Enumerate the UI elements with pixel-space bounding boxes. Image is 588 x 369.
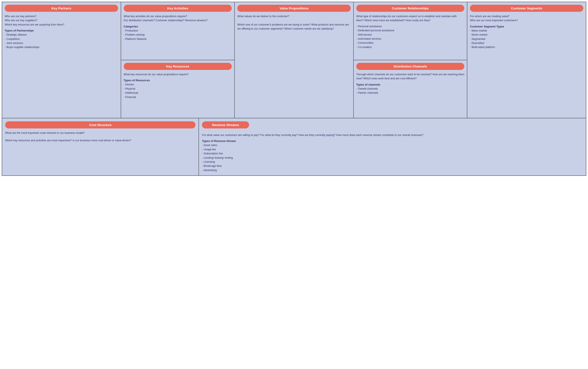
cost-structure-line1: What are the most important costs inhere… xyxy=(5,131,195,135)
revenue-streams-types-label: Types of Revenue Stream xyxy=(202,139,583,143)
distribution-channels-cell: Distribution Channels Through which chan… xyxy=(354,60,467,118)
customer-relationships-types: - Personal assistance - Dedicated person… xyxy=(356,24,465,49)
rs-type-6: - Advertising xyxy=(202,168,583,172)
key-resources-header: Key Resources xyxy=(124,63,232,70)
activities-resources-col: Key Activities What key activities do ou… xyxy=(121,2,235,118)
revenue-streams-intro: For what value our customers are willing… xyxy=(202,133,583,137)
key-partners-type-2: - Joint ventures xyxy=(5,41,118,45)
key-partners-types-label: Types of Partnerships xyxy=(5,29,118,32)
key-partners-type-1: - Coopetition xyxy=(5,37,118,41)
revenue-streams-header: Revenue Streams xyxy=(202,121,249,128)
cr-type-2: - Self-service xyxy=(356,33,465,37)
rs-type-5: - Brokerage fees xyxy=(202,164,583,168)
key-activities-type-0: - Production xyxy=(124,29,232,33)
distribution-channels-header: Distribution Channels xyxy=(356,63,465,70)
key-resources-types-label: Types of Resources xyxy=(124,79,232,82)
business-model-canvas: Key Partners Who are our key partners? W… xyxy=(2,2,586,176)
rs-type-4: - Licensing xyxy=(202,160,583,164)
rs-type-1: - Usage fee xyxy=(202,147,583,152)
customer-relationships-cell: Customer Relationships What type of rela… xyxy=(354,2,467,60)
cost-structure-cell: Cost Structure What are the most importa… xyxy=(2,118,199,175)
cr-type-3: - Automated services xyxy=(356,37,465,41)
key-resources-type-2: - Intellectual xyxy=(124,91,232,95)
cs-type-0: - Mass market xyxy=(470,29,583,33)
cost-structure-header: Cost Structure xyxy=(5,121,195,128)
rs-type-2: - Subscription fee xyxy=(202,152,583,156)
key-partners-header: Key Partners xyxy=(5,5,118,12)
customer-segments-types: - Mass market - Niche market - Segmented… xyxy=(470,29,583,50)
cr-type-4: - Communities xyxy=(356,41,465,45)
value-propositions-intro: What values do we deliver to the custome… xyxy=(237,14,351,31)
distribution-channels-types-label: Types of channels xyxy=(356,83,465,86)
key-activities-types-label: Categories xyxy=(124,25,232,28)
key-resources-types: - Human - Physical - Intellectual - Fina… xyxy=(124,82,232,99)
key-resources-intro: What key resources do our value proposit… xyxy=(124,72,232,77)
key-partners-intro: Who are our key partners? Who are our ke… xyxy=(5,14,118,27)
top-section: Key Partners Who are our key partners? W… xyxy=(2,2,586,118)
key-resources-type-3: - Financial xyxy=(124,95,232,99)
key-activities-cell: Key Activities What key activities do ou… xyxy=(121,2,234,60)
cr-type-1: - Dedicated personal assistance xyxy=(356,29,465,33)
dc-type-1: - Partner channels xyxy=(356,91,465,95)
value-propositions-cell: Value Propositions What values do we del… xyxy=(235,2,354,118)
key-partners-type-3: - Buyer-supplier relationships xyxy=(5,45,118,49)
dc-type-0: - Owned channels xyxy=(356,87,465,91)
rs-type-3: - Lending/ leasing/ renting xyxy=(202,156,583,160)
revenue-streams-types: - Asset sales - Usage fee - Subscription… xyxy=(202,143,583,172)
cs-type-1: - Niche market xyxy=(470,33,583,37)
value-propositions-header: Value Propositions xyxy=(237,5,351,12)
customer-segments-cell: Customer Segments For whom are we creati… xyxy=(467,2,586,118)
customer-relationships-header: Customer Relationships xyxy=(356,5,465,12)
distribution-channels-intro: Through which channels do our customers … xyxy=(356,72,465,81)
key-resources-type-1: - Physical xyxy=(124,87,232,91)
key-activities-intro: What key activities do our value proposi… xyxy=(124,14,232,23)
customer-segments-intro: For whom are we creating value? Who are … xyxy=(470,14,583,23)
key-activities-type-2: - Platform/ Network xyxy=(124,37,232,41)
key-partners-cell: Key Partners Who are our key partners? W… xyxy=(2,2,121,118)
key-resources-type-0: - Human xyxy=(124,82,232,87)
cr-type-5: - Co-creation xyxy=(356,45,465,49)
key-activities-type-1: - Problem-solving xyxy=(124,33,232,37)
cr-type-0: - Personal assistance xyxy=(356,24,465,29)
cost-structure-line2: Which key resources and activities are m… xyxy=(5,139,195,143)
cs-type-4: - Multi-sided platform xyxy=(470,45,583,49)
key-partners-types: - Strategic alliance - Coopetition - Joi… xyxy=(5,33,118,50)
revenue-streams-cell: Revenue Streams For what value our custo… xyxy=(199,118,586,175)
distribution-channels-types: - Owned channels - Partner channels xyxy=(356,87,465,95)
key-activities-types: - Production - Problem-solving - Platfor… xyxy=(124,29,232,41)
key-partners-type-0: - Strategic alliance xyxy=(5,33,118,37)
customer-segments-header: Customer Segments xyxy=(470,5,583,12)
cs-type-2: - Segmented xyxy=(470,37,583,41)
key-resources-cell: Key Resources What key resources do our … xyxy=(121,60,234,118)
rs-type-0: - Asset sales xyxy=(202,143,583,147)
key-activities-header: Key Activities xyxy=(124,5,232,12)
customer-segments-types-label: Customer Segment Types xyxy=(470,25,583,28)
customer-relationships-intro: What type of relationships do our custom… xyxy=(356,14,465,23)
cs-type-3: - Diversified xyxy=(470,41,583,45)
bottom-section: Cost Structure What are the most importa… xyxy=(2,118,586,175)
cr-dc-col: Customer Relationships What type of rela… xyxy=(354,2,467,118)
